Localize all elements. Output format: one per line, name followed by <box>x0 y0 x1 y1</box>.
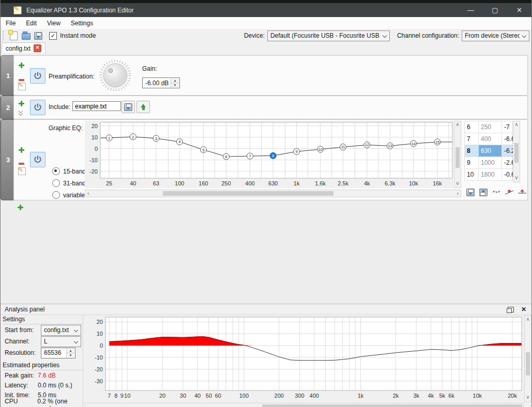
svg-text:3k: 3k <box>413 393 419 399</box>
scrollbar-thumb[interactable] <box>262 404 522 407</box>
radio-31-band[interactable]: 31-band <box>52 179 86 187</box>
menu-edit[interactable]: Edit <box>21 18 42 28</box>
eq-band-table[interactable]: 6250-7 7400-6.6 8630-6.2 91000-2.6 10160… <box>464 121 513 181</box>
power-icon <box>33 154 43 165</box>
svg-text:7: 7 <box>249 154 251 159</box>
channel-config-select[interactable]: From device (Stereo) <box>462 30 529 41</box>
svg-text:2k: 2k <box>393 393 399 399</box>
chevron-down-icon <box>74 339 78 343</box>
properties-group-label: Estimated properties <box>3 362 83 370</box>
eq-graph-vscrollbar[interactable]: ˄ ˅ <box>454 121 461 188</box>
instant-mode-label[interactable]: Instant mode <box>60 32 96 39</box>
save-file-button[interactable] <box>33 30 44 41</box>
pencil-icon <box>18 83 26 90</box>
scrollbar-thumb[interactable] <box>526 352 530 375</box>
close-button[interactable]: ✕ <box>507 3 531 17</box>
table-row[interactable]: 6250-7 <box>465 121 513 133</box>
add-filter-button[interactable] <box>18 147 25 155</box>
tab-close-icon[interactable]: ✕ <box>34 44 41 52</box>
eq-table-scrollbar[interactable]: ˄ ˅ <box>513 121 520 182</box>
smooth-curve-icon <box>492 189 501 195</box>
resolution-spinbox[interactable]: 65536 ▲▼ <box>41 348 75 358</box>
flatten-response-button[interactable] <box>518 188 527 196</box>
app-window: Equalizer APO 1.3 Configuration Editor —… <box>0 0 532 407</box>
power-toggle[interactable] <box>30 152 45 167</box>
gain-spinbox[interactable]: -6.00 dB ▲▼ <box>142 77 180 88</box>
menu-file[interactable]: File <box>1 18 21 28</box>
scroll-down-icon: ˅ <box>525 395 531 400</box>
table-row[interactable]: 101600-0.6 <box>465 169 513 181</box>
open-file-button[interactable] <box>20 30 32 41</box>
preamp-knob[interactable] <box>99 59 132 92</box>
include-file-input[interactable] <box>72 101 121 111</box>
menu-settings[interactable]: Settings <box>66 18 98 28</box>
scrollbar-thumb[interactable] <box>163 191 333 196</box>
start-from-label: Start from: <box>3 326 41 334</box>
edit-filter-button[interactable] <box>18 167 26 177</box>
instant-mode-checkbox[interactable]: ✓ <box>49 32 57 40</box>
scroll-left-icon: ‹ <box>87 191 89 196</box>
svg-text:400: 400 <box>310 393 319 399</box>
svg-text:1: 1 <box>108 136 110 140</box>
power-toggle[interactable] <box>30 100 45 115</box>
preamplification-label: Preamplification: <box>49 73 95 80</box>
maximize-button[interactable]: ▢ <box>483 3 507 17</box>
tab-label: config.txt <box>6 45 31 52</box>
svg-text:0: 0 <box>100 342 103 349</box>
editor-area: 1 Preamplification: Gain: -6.00 dB <box>1 53 531 304</box>
eq-graph[interactable]: 20100-10-2012345678910111213141525406310… <box>85 121 453 188</box>
scrollbar-thumb[interactable] <box>455 147 460 168</box>
scrollbar-thumb[interactable] <box>514 143 519 163</box>
add-filter-button[interactable] <box>18 100 25 108</box>
svg-text:8: 8 <box>114 393 117 399</box>
start-from-select[interactable]: config.txt <box>41 325 81 336</box>
menu-view[interactable]: View <box>42 18 66 28</box>
radio-15-band[interactable]: 15-band <box>52 167 86 175</box>
svg-text:-10: -10 <box>95 354 103 361</box>
open-included-file-button[interactable] <box>136 101 150 113</box>
analysis-settings-column: Settings Start from: config.txt Channel:… <box>1 315 83 407</box>
import-response-button[interactable] <box>466 188 475 196</box>
add-filter-button[interactable] <box>18 62 25 70</box>
gain-spin-buttons[interactable]: ▲▼ <box>171 79 179 87</box>
toolbar-grip[interactable] <box>3 31 5 40</box>
gain-value: -6.00 dB <box>145 80 169 87</box>
add-row-button[interactable] <box>17 204 24 212</box>
normalize-response-button[interactable] <box>505 188 514 196</box>
tab-config-txt[interactable]: config.txt ✕ <box>2 42 45 54</box>
edit-filter-button[interactable] <box>18 83 26 92</box>
remove-filter-button[interactable] <box>19 159 24 166</box>
table-row[interactable]: 91000-2.6 <box>465 157 513 169</box>
analysis-panel: Analysis panel ✕ Settings Start from: co… <box>1 304 531 407</box>
power-toggle[interactable] <box>30 68 45 84</box>
resolution-spin-buttons[interactable]: ▲▼ <box>66 349 74 357</box>
svg-text:300: 300 <box>295 393 304 399</box>
analysis-graph-vscrollbar[interactable]: ˄ ˅ <box>524 316 531 402</box>
export-response-button[interactable] <box>479 188 488 196</box>
svg-text:25: 25 <box>106 180 112 186</box>
svg-text:160: 160 <box>199 180 208 186</box>
float-panel-icon[interactable] <box>508 307 514 312</box>
cpu-usage-label: CPU usage: <box>3 398 37 407</box>
radio-variable[interactable]: variable <box>52 191 85 199</box>
svg-text:4k: 4k <box>428 393 434 399</box>
svg-text:12: 12 <box>365 143 369 147</box>
svg-text:1.6k: 1.6k <box>315 180 326 186</box>
import-icon <box>466 189 475 196</box>
new-file-button[interactable] <box>8 30 19 41</box>
table-row-selected[interactable]: 8630-6.2 <box>465 145 513 157</box>
close-panel-icon[interactable]: ✕ <box>521 306 526 313</box>
table-row[interactable]: 7400-6.6 <box>465 133 513 145</box>
resolution-label: Resolution: <box>3 349 41 356</box>
device-select[interactable]: Default (Focusrite USB - Focusrite USB A… <box>267 30 390 41</box>
channel-select[interactable]: L <box>41 336 81 347</box>
browse-file-button[interactable] <box>121 101 135 113</box>
minimize-button[interactable]: — <box>459 3 483 17</box>
smooth-response-button[interactable] <box>492 188 501 196</box>
spin-down-icon: ▼ <box>171 83 179 87</box>
svg-text:10: 10 <box>124 393 130 399</box>
svg-text:-20: -20 <box>89 168 98 175</box>
analysis-graph-hscrollbar[interactable] <box>85 403 524 407</box>
svg-text:630: 630 <box>268 180 278 186</box>
eq-graph-hscrollbar[interactable]: ‹ › <box>85 190 461 197</box>
